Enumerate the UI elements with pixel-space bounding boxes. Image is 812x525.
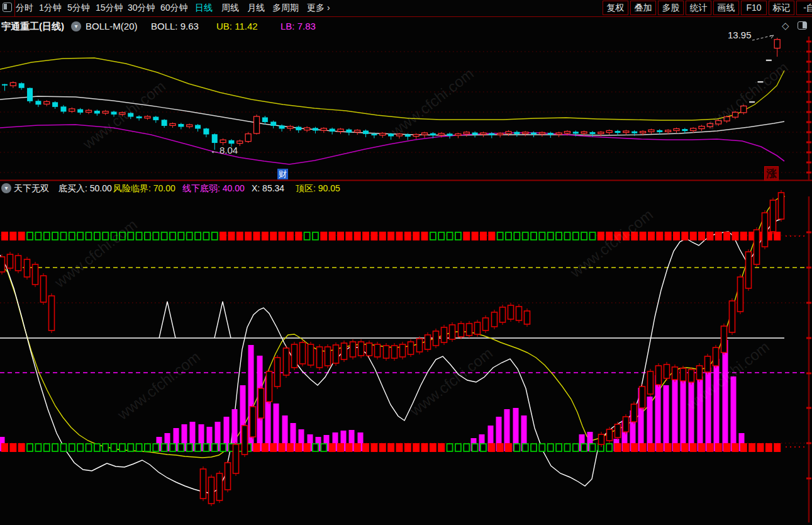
button-复权[interactable]: 复权 — [603, 1, 628, 15]
last-price-label: 13.95 — [728, 30, 752, 40]
lb-value: LB: 7.83 — [281, 21, 316, 31]
diamond-icon[interactable]: ◇ — [782, 20, 789, 31]
svg-text:www.cfchi.com: www.cfchi.com — [114, 348, 203, 424]
tab-30分钟[interactable]: 30分钟 — [128, 3, 155, 14]
tab-15分钟[interactable]: 15分钟 — [96, 3, 123, 14]
tab-更多 ›[interactable]: 更多 › — [307, 3, 330, 14]
tab-日线[interactable]: 日线 — [195, 3, 213, 14]
tab-多周期[interactable]: 多周期 — [272, 3, 299, 14]
chevron-down-icon[interactable]: ▾ — [1, 183, 11, 193]
tab-月线[interactable]: 月线 — [247, 3, 265, 14]
svg-text:www.cfchi.com: www.cfchi.com — [387, 65, 477, 140]
svg-text:www.cfchi.com: www.cfchi.com — [406, 344, 496, 420]
button-叠加[interactable]: 叠加 — [630, 1, 656, 15]
sub-indicator-title-bar: ▾ 天下无双 底买入: 50.00 风险临界: 70.00 线下底弱: 40.0… — [0, 182, 812, 196]
tab-60分钟[interactable]: 60分钟 — [160, 3, 188, 14]
zhang-limit-stamp: 涨 — [764, 166, 779, 181]
sub-bars — [0, 340, 745, 451]
menu-divider — [14, 0, 15, 16]
button-统计[interactable]: 统计 — [686, 1, 711, 15]
button-标记[interactable]: 标记 — [769, 1, 794, 15]
main-candles — [2, 38, 780, 150]
svg-text:www.cfchi.com: www.cfchi.com — [567, 206, 656, 281]
button-多股[interactable]: 多股 — [658, 1, 684, 15]
tab-周线[interactable]: 周线 — [221, 3, 239, 14]
cai-news-badge[interactable]: 财 — [277, 169, 288, 179]
button-画线[interactable]: 画线 — [713, 1, 739, 15]
sub-chart — [0, 196, 811, 522]
tab-1分钟[interactable]: 1分钟 — [39, 3, 62, 14]
low-price-annotation: ←8.04 — [210, 145, 238, 155]
svg-text:www.cfchi.com: www.cfchi.com — [51, 216, 140, 291]
indicator-name: BOLL-M(20) — [86, 21, 138, 31]
button-F10[interactable]: F10 — [741, 1, 767, 15]
tab-分时[interactable]: 分时 — [16, 3, 33, 14]
stock-title: 宇通重工(日线) — [1, 21, 64, 33]
trading-app-window: www.cfchi.comwww.cfchi.comwww.cfchi.comw… — [0, 0, 812, 525]
x-value: X: 85.34 — [252, 183, 284, 193]
weak-level: 线下底弱: 40.00 — [182, 183, 245, 195]
risk-level: 风险临界: 70.00 — [113, 183, 175, 195]
title-bar: 宇通重工(日线) ▾ BOLL-M(20) BOLL: 9.63 UB: 11.… — [0, 17, 812, 36]
buy-level: 底买入: 50.00 — [58, 183, 112, 195]
chevron-down-icon[interactable]: ▾ — [71, 21, 81, 31]
svg-text:www.cfchi.com: www.cfchi.com — [79, 77, 169, 153]
ub-value: UB: 11.42 — [216, 21, 258, 31]
top-zone: 顶区: 90.05 — [296, 183, 340, 195]
panel-layout-icon[interactable] — [798, 21, 807, 30]
sidebar-toggle-icon[interactable] — [3, 3, 12, 12]
tab-5分钟[interactable]: 5分钟 — [67, 3, 90, 14]
menu-bar: 分时1分钟5分钟15分钟30分钟60分钟日线周线月线多周期更多 ›复权叠加多股统… — [0, 0, 812, 17]
sub-indicator-name: 天下无双 — [14, 183, 49, 195]
chart-canvas[interactable]: www.cfchi.comwww.cfchi.comwww.cfchi.comw… — [0, 0, 812, 525]
boll-value: BOLL: 9.63 — [151, 21, 199, 31]
button--自[interactable]: -自 — [796, 1, 812, 15]
